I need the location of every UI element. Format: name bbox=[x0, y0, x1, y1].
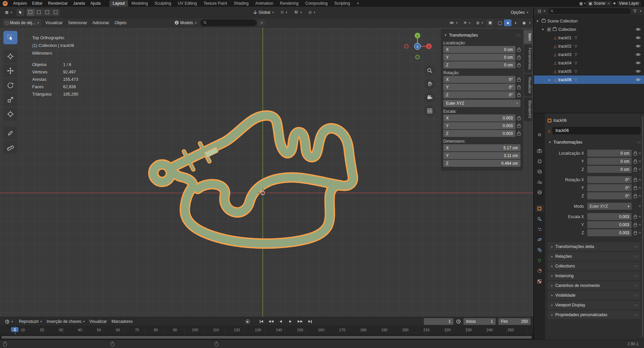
material-tab-icon[interactable] bbox=[536, 267, 544, 275]
outliner-collection-row[interactable]: ▾ ✓ Collection bbox=[534, 25, 644, 34]
lock-icon[interactable] bbox=[634, 216, 637, 219]
object-visibility-dropdown[interactable]: ▾ bbox=[447, 19, 460, 27]
number-field[interactable]: X 5.17 cm bbox=[443, 144, 521, 151]
object-tab-icon[interactable] bbox=[536, 205, 544, 212]
shading-material-button[interactable]: ◐ bbox=[512, 19, 519, 26]
unlink-scene-icon[interactable]: × bbox=[607, 1, 610, 5]
workspace-tab[interactable]: Scripting bbox=[331, 0, 353, 7]
view-layer-selector[interactable]: View Layer bbox=[617, 1, 641, 6]
zoom-icon[interactable] bbox=[424, 65, 435, 76]
visibility-eye-icon[interactable] bbox=[636, 69, 641, 73]
panel-header[interactable]: ▼ Transformações ∷∷ bbox=[443, 31, 521, 39]
collapsed-section-header[interactable]: ▸ Propriedades personalizadas ∷∷ bbox=[548, 310, 641, 319]
snap-dropdown[interactable]: ▾ bbox=[292, 9, 304, 16]
output-tab-icon[interactable] bbox=[536, 157, 544, 165]
panel-grip-icon[interactable]: ∷∷ bbox=[516, 33, 521, 38]
frame-start-field[interactable]: Início 1 bbox=[463, 318, 496, 325]
lock-icon[interactable] bbox=[634, 195, 637, 198]
particles-tab-icon[interactable] bbox=[536, 226, 544, 233]
move-tool[interactable] bbox=[3, 64, 17, 78]
collapsed-section-header[interactable]: ▸ Instancing ∷∷ bbox=[548, 271, 641, 280]
view-layer-tab-icon[interactable] bbox=[536, 168, 544, 175]
options-dropdown[interactable]: Opções ▾ bbox=[508, 9, 531, 16]
select-mode-extend-button[interactable] bbox=[35, 9, 43, 16]
visibility-eye-icon[interactable] bbox=[636, 61, 641, 65]
display-mode-icon[interactable]: ▦ bbox=[579, 1, 583, 6]
number-field[interactable]: Y 0° bbox=[443, 84, 515, 91]
lock-icon[interactable] bbox=[634, 153, 637, 155]
scene-selector[interactable]: ▣ Scene × bbox=[586, 1, 612, 6]
outliner-scene-collection-row[interactable]: ▾ Scene Collection bbox=[534, 17, 644, 25]
outliner-object-row[interactable]: ▸ △ track01 ▽ bbox=[534, 34, 644, 42]
camera-view-icon[interactable] bbox=[424, 92, 435, 103]
workspace-tab[interactable]: Sculpting bbox=[151, 0, 175, 7]
transform-tool[interactable] bbox=[3, 107, 17, 121]
timeline-menu[interactable]: Reproduzir ▾ bbox=[18, 319, 43, 324]
number-field[interactable]: 0.003 bbox=[587, 213, 632, 220]
proportional-editing-dropdown[interactable]: ◎ ▾ bbox=[306, 9, 317, 16]
animate-dot-icon[interactable] bbox=[639, 216, 641, 217]
select-mode-new-button[interactable] bbox=[27, 9, 35, 16]
outliner-search-input[interactable] bbox=[555, 9, 629, 13]
timeline-menu[interactable]: Marcadores ▾ bbox=[110, 319, 134, 324]
topbar-menu[interactable]: Renderizar bbox=[45, 1, 70, 6]
workspace-tab[interactable]: Texture Paint bbox=[200, 0, 231, 7]
expand-caret[interactable]: ▾ bbox=[542, 28, 545, 31]
timeline-scrollbar[interactable] bbox=[0, 335, 533, 340]
number-field[interactable]: 0 cm bbox=[587, 166, 632, 173]
play-reverse-button[interactable] bbox=[277, 318, 285, 325]
number-field[interactable]: 0° bbox=[587, 184, 632, 191]
current-frame-badge[interactable]: 1 bbox=[11, 327, 18, 332]
sidebar-tab[interactable]: BlenderKit bbox=[524, 97, 532, 121]
timeline-editor-type-button[interactable]: ▾ bbox=[3, 318, 15, 325]
chevron-down-icon[interactable]: ▾ bbox=[640, 9, 641, 13]
expand-caret[interactable]: ▸ bbox=[549, 78, 552, 82]
lock-icon[interactable] bbox=[634, 169, 637, 171]
select-box-tool[interactable] bbox=[3, 31, 17, 44]
topbar-menu[interactable]: Editar bbox=[30, 1, 45, 6]
timeline-ruler[interactable]: 1 10203040506070809010011012013014015016… bbox=[0, 326, 533, 335]
world-tab-icon[interactable] bbox=[536, 189, 544, 196]
transform-orientation-dropdown[interactable]: Global ▾ bbox=[251, 9, 276, 16]
lock-icon[interactable] bbox=[634, 187, 637, 190]
workspace-tab[interactable]: Rendering bbox=[277, 0, 302, 7]
gizmo-neg-y-axis[interactable] bbox=[415, 55, 419, 59]
pan-hand-icon[interactable] bbox=[424, 79, 435, 89]
outliner-object-row[interactable]: ▸ △ track04 ▽ bbox=[534, 59, 644, 67]
rotation-mode-dropdown[interactable]: Euler XYZ ▾ bbox=[587, 203, 632, 210]
measure-tool[interactable] bbox=[3, 141, 17, 154]
visibility-eye-icon[interactable] bbox=[636, 53, 641, 56]
tool-tab-icon[interactable]: ⚙ bbox=[536, 131, 544, 138]
viewport-menu[interactable]: Objeto bbox=[112, 20, 129, 26]
lock-icon[interactable] bbox=[517, 49, 521, 52]
lock-icon[interactable] bbox=[517, 87, 521, 89]
collapsed-section-header[interactable]: ▸ Relações ∷∷ bbox=[548, 252, 641, 261]
active-tool-icon[interactable] bbox=[16, 9, 24, 16]
lock-icon[interactable] bbox=[634, 224, 637, 227]
collapse-arrow-icon[interactable]: ▼ bbox=[444, 34, 447, 37]
animate-dot-icon[interactable] bbox=[639, 224, 641, 226]
animate-dot-icon[interactable] bbox=[639, 179, 641, 181]
lock-icon[interactable] bbox=[517, 94, 521, 97]
lock-icon[interactable] bbox=[517, 57, 521, 59]
number-field[interactable]: 0 cm bbox=[587, 150, 632, 157]
select-mode-subtract-button[interactable] bbox=[43, 9, 51, 16]
visibility-eye-icon[interactable] bbox=[636, 28, 641, 31]
preview-range-clock-icon[interactable] bbox=[456, 319, 461, 324]
asset-category-dropdown[interactable]: Models ▾ bbox=[172, 19, 199, 27]
number-field[interactable]: Y 3.11 cm bbox=[443, 152, 521, 159]
animate-dot-icon[interactable] bbox=[639, 168, 641, 170]
scene-tab-icon[interactable] bbox=[536, 178, 544, 186]
shading-wireframe-button[interactable]: ◯ bbox=[496, 19, 503, 26]
navigation-gizmo[interactable]: Y X Z bbox=[402, 32, 433, 62]
outliner-object-row[interactable]: ▸ △ track05 ▽ bbox=[534, 67, 644, 76]
blender-logo-icon[interactable] bbox=[3, 1, 8, 6]
viewport-menu[interactable]: Visualizar bbox=[43, 20, 65, 26]
modifiers-tab-icon[interactable] bbox=[536, 215, 544, 222]
animate-dot-icon[interactable] bbox=[639, 205, 641, 207]
number-field[interactable]: 0.003 bbox=[587, 221, 632, 228]
current-frame-field[interactable]: 1 bbox=[424, 318, 453, 325]
animate-dot-icon[interactable] bbox=[639, 232, 641, 234]
next-keyframe-button[interactable] bbox=[296, 318, 304, 325]
number-field[interactable]: X 0 cm bbox=[443, 46, 515, 53]
